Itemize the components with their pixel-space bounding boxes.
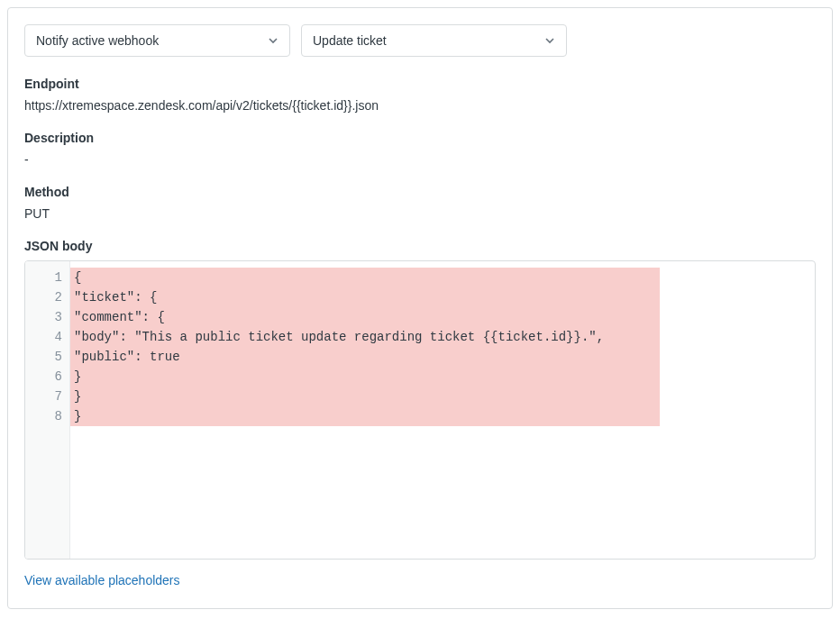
dropdown-row: Notify active webhook Update ticket [24, 24, 816, 57]
chevron-down-icon [544, 35, 555, 46]
line-number: 5 [25, 347, 62, 367]
line-number: 2 [25, 287, 62, 307]
action-dropdown[interactable]: Notify active webhook [24, 24, 290, 57]
webhook-dropdown-label: Update ticket [313, 33, 387, 48]
method-label: Method [24, 185, 816, 199]
chevron-down-icon [268, 35, 278, 46]
line-number: 6 [25, 367, 62, 387]
code-line: { [70, 268, 815, 287]
endpoint-label: Endpoint [24, 77, 816, 91]
webhook-config-panel: Notify active webhook Update ticket Endp… [7, 7, 833, 609]
line-number: 8 [25, 406, 62, 426]
code-content: { "ticket": { "comment": { "body": "This… [70, 268, 815, 426]
action-dropdown-label: Notify active webhook [36, 33, 159, 48]
description-value: - [24, 152, 816, 167]
endpoint-value: https://xtremespace.zendesk.com/api/v2/t… [24, 98, 816, 113]
code-line: "comment": { [70, 307, 815, 327]
webhook-dropdown[interactable]: Update ticket [301, 24, 567, 57]
json-body-label: JSON body [24, 239, 816, 253]
code-line: "public": true [70, 347, 815, 367]
json-body-field: JSON body 1 2 3 4 5 6 7 8 { "ticket": { … [24, 239, 816, 560]
line-number: 7 [25, 387, 62, 406]
line-number: 1 [25, 268, 62, 287]
description-label: Description [24, 131, 816, 145]
code-line: } [70, 367, 815, 387]
code-area[interactable]: { "ticket": { "comment": { "body": "This… [70, 261, 815, 559]
description-field: Description - [24, 131, 816, 167]
code-line: "body": "This a public ticket update reg… [70, 327, 815, 347]
view-placeholders-link[interactable]: View available placeholders [24, 573, 180, 587]
endpoint-field: Endpoint https://xtremespace.zendesk.com… [24, 77, 816, 113]
line-number: 4 [25, 327, 62, 347]
json-body-editor[interactable]: 1 2 3 4 5 6 7 8 { "ticket": { "comment":… [24, 260, 816, 560]
method-value: PUT [24, 206, 816, 221]
line-number-gutter: 1 2 3 4 5 6 7 8 [25, 261, 70, 559]
method-field: Method PUT [24, 185, 816, 221]
code-line: } [70, 387, 815, 406]
code-line: "ticket": { [70, 287, 815, 307]
line-number: 3 [25, 307, 62, 327]
code-line: } [70, 406, 815, 426]
